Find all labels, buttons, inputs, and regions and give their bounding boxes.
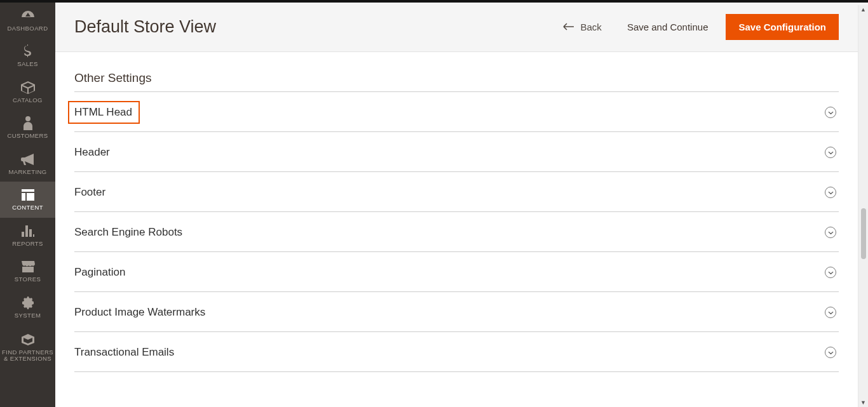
package-icon (22, 333, 34, 347)
admin-sidebar: DASHBOARD SALES CATALOG CUSTOMERS MARKET… (0, 3, 55, 407)
svg-rect-4 (33, 234, 34, 237)
settings-row-html-head[interactable]: HTML Head (74, 92, 839, 132)
scroll-down-icon[interactable]: ▼ (858, 398, 869, 407)
settings-row-header[interactable]: Header (74, 132, 839, 172)
svg-rect-1 (22, 232, 24, 237)
sidebar-item-label: CUSTOMERS (7, 133, 48, 139)
row-label: Footer (74, 186, 105, 199)
save-continue-button[interactable]: Save and Continue (620, 17, 716, 37)
row-label: HTML Head (74, 106, 132, 118)
sidebar-item-label: MARKETING (8, 169, 46, 175)
settings-row-watermarks[interactable]: Product Image Watermarks (74, 292, 839, 332)
row-label: Pagination (74, 266, 125, 279)
sidebar-item-content[interactable]: CONTENT (0, 182, 55, 217)
scrollbar[interactable]: ▲ ▼ (858, 5, 868, 407)
main-area: Default Store View Back Save and Continu… (55, 3, 868, 407)
row-label: Product Image Watermarks (74, 306, 205, 319)
gauge-icon (20, 9, 36, 23)
save-configuration-button[interactable]: Save Configuration (726, 14, 839, 40)
row-label: Header (74, 146, 110, 159)
sidebar-item-label: DASHBOARD (8, 25, 48, 32)
chevron-down-icon (825, 227, 836, 238)
sidebar-item-label: SALES (17, 61, 38, 67)
back-button[interactable]: Back (555, 17, 609, 37)
arrow-left-icon (563, 22, 574, 32)
row-label: Search Engine Robots (74, 226, 182, 239)
scroll-thumb[interactable] (861, 208, 866, 259)
chevron-down-icon (825, 147, 836, 158)
bars-icon (22, 224, 34, 238)
scroll-up-icon[interactable]: ▲ (858, 5, 869, 14)
svg-rect-3 (29, 229, 32, 237)
sidebar-item-label: REPORTS (12, 241, 43, 247)
sidebar-item-system[interactable]: SYSTEM (0, 290, 55, 325)
sidebar-item-marketing[interactable]: MARKETING (0, 146, 55, 182)
chevron-down-icon (825, 267, 836, 278)
chevron-down-icon (825, 107, 836, 118)
svg-rect-2 (25, 225, 28, 237)
sidebar-item-partners[interactable]: FIND PARTNERS & EXTENSIONS (0, 325, 55, 370)
chevron-down-icon (825, 307, 836, 318)
section-title: Other Settings (74, 71, 839, 85)
sidebar-item-dashboard[interactable]: DASHBOARD (0, 3, 55, 38)
sidebar-item-label: SYSTEM (15, 312, 41, 319)
page-header: Default Store View Back Save and Continu… (55, 3, 858, 52)
settings-row-robots[interactable]: Search Engine Robots (74, 212, 839, 252)
dollar-icon (23, 44, 33, 58)
back-label: Back (581, 22, 602, 32)
layout-icon (22, 188, 34, 202)
sidebar-item-label: CONTENT (12, 204, 43, 211)
settings-row-footer[interactable]: Footer (74, 172, 839, 212)
sidebar-item-reports[interactable]: REPORTS (0, 218, 55, 253)
sidebar-item-customers[interactable]: CUSTOMERS (0, 110, 55, 145)
chevron-down-icon (825, 347, 836, 358)
storefront-icon (21, 260, 35, 274)
svg-point-0 (25, 116, 31, 121)
chevron-down-icon (825, 187, 836, 198)
header-actions: Back Save and Continue Save Configuratio… (555, 14, 839, 40)
settings-row-emails[interactable]: Transactional Emails (74, 332, 839, 372)
sidebar-item-sales[interactable]: SALES (0, 38, 55, 74)
sidebar-item-catalog[interactable]: CATALOG (0, 74, 55, 110)
sidebar-item-label: CATALOG (13, 97, 43, 103)
sidebar-item-stores[interactable]: STORES (0, 253, 55, 289)
person-icon (24, 116, 32, 130)
sidebar-item-label: STORES (15, 276, 41, 283)
settings-row-pagination[interactable]: Pagination (74, 252, 839, 292)
box-icon (21, 81, 35, 95)
sidebar-item-label: FIND PARTNERS & EXTENSIONS (1, 349, 54, 363)
page-title: Default Store View (74, 17, 216, 37)
content: Other Settings HTML Head Header Footer (55, 52, 858, 407)
row-label: Transactional Emails (74, 346, 174, 359)
megaphone-icon (21, 152, 35, 166)
gear-icon (22, 296, 34, 310)
